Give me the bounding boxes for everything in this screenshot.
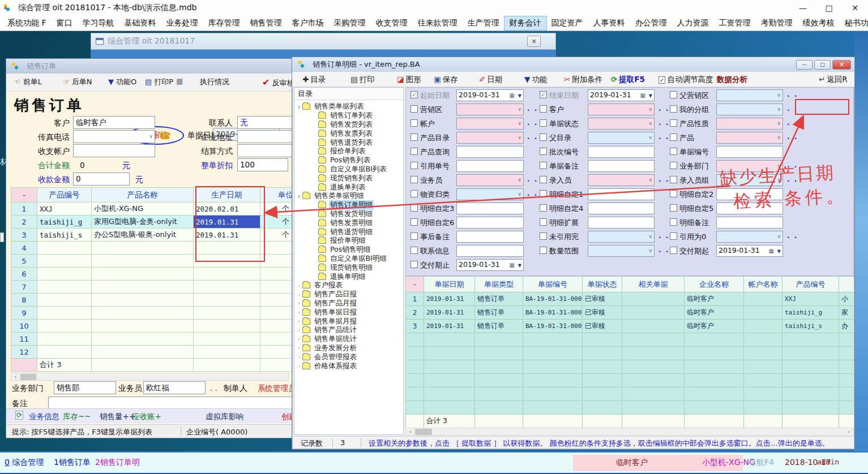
menu-item-财务会计[interactable]: 财务会计	[504, 16, 546, 30]
chevron-right-icon[interactable]: ›	[296, 363, 302, 369]
result-cell[interactable]: 临时客户	[685, 292, 744, 306]
exec-status-button[interactable]: 执行情况	[200, 77, 229, 87]
filter-field-明细自定6[interactable]	[456, 217, 524, 229]
result-cell[interactable]: 2	[406, 306, 424, 320]
filter-checkbox-明细自定5[interactable]	[670, 204, 677, 212]
filter-checkbox-交付期止[interactable]	[411, 261, 418, 268]
filter-field-单据编号[interactable]	[716, 146, 783, 158]
print-button[interactable]: ▤打印	[350, 75, 375, 85]
filter-checkbox-单据编号[interactable]	[670, 148, 677, 155]
menu-item-库存管理[interactable]: 库存管理	[203, 16, 245, 30]
result-cell[interactable]: 已审核	[583, 306, 622, 320]
filter-field-起始日期[interactable]: 2019-01-31▦▼	[456, 89, 524, 101]
nav-f4-button[interactable]: 导航F4	[749, 458, 774, 468]
filter-checkbox-录入员组[interactable]	[670, 176, 677, 183]
cell-product-code[interactable]	[37, 268, 92, 281]
filter-checkbox-明细自定4[interactable]	[540, 204, 547, 212]
extra-condition-button[interactable]: ✂附加条件	[564, 75, 602, 85]
menu-item-基础资料[interactable]: 基础资料	[119, 16, 161, 30]
cell-product-name[interactable]	[92, 255, 194, 268]
cell-production-date[interactable]	[194, 320, 260, 333]
filter-field-事后备注[interactable]	[456, 231, 524, 243]
filter-checkbox-结束日期[interactable]: ✓	[540, 91, 547, 98]
menu-item-工资管理[interactable]: 工资管理	[714, 16, 756, 30]
more-options-dots[interactable]: . .	[527, 175, 538, 183]
function-button[interactable]: ▼功能	[524, 75, 547, 85]
tree-item-销售类单据列表[interactable]: ∨销售类单据列表	[296, 102, 365, 111]
cell-product-name[interactable]	[92, 242, 194, 255]
catalog-button[interactable]: ✚目录	[302, 75, 326, 85]
cell-product-code[interactable]	[37, 255, 92, 268]
tree-item-销售产品日报[interactable]: ›销售产品日报	[296, 290, 358, 299]
chevron-down-icon[interactable]: ∨	[648, 234, 652, 239]
result-cell[interactable]	[622, 292, 685, 306]
cell-product-code[interactable]	[37, 307, 92, 320]
tree-item-现货销售明细[interactable]: 现货销售明细	[311, 263, 374, 272]
receivable-link[interactable]: 应收账+	[132, 412, 161, 422]
filter-checkbox-产品查询[interactable]	[411, 148, 418, 155]
cell-product-code[interactable]	[37, 281, 92, 294]
result-cell[interactable]: BA-19-01-31-0001	[523, 306, 583, 320]
tree-item-销售退货明细[interactable]: 销售退货明细	[311, 227, 374, 236]
business-info-link[interactable]: 业务信息	[29, 412, 59, 422]
filter-field-业务部门[interactable]: ∨	[716, 160, 783, 172]
chevron-down-icon[interactable]: ∨	[648, 135, 652, 140]
filter-checkbox-引用为0[interactable]	[670, 232, 677, 240]
more-options-dots[interactable]: . .	[787, 119, 798, 127]
tree-item-销售发货列表[interactable]: 销售发货列表	[311, 120, 374, 130]
cell-product-name[interactable]: 家用G型电脑-金奥-onlyit	[92, 216, 194, 229]
result-cell[interactable]: 临时客户	[685, 320, 744, 333]
fax-input[interactable]: ∨	[73, 130, 155, 143]
filter-field-物资归类[interactable]: ∨	[456, 188, 524, 200]
chevron-right-icon[interactable]: ›	[296, 318, 302, 324]
tree-item-退换单明细[interactable]: 退换单明细	[311, 272, 367, 281]
filter-checkbox-客户[interactable]	[540, 105, 547, 113]
date-dropdown-icon[interactable]: ▼	[649, 93, 652, 98]
tree-item-销售产品月报[interactable]: ›销售产品月报	[296, 299, 358, 308]
chevron-down-icon[interactable]: ∨	[777, 106, 781, 112]
tree-item-销售单据统计[interactable]: ›销售单据统计	[296, 335, 358, 344]
menu-item-秘书功能[interactable]: 秘书功能	[840, 16, 868, 30]
result-cell[interactable]: BA-19-01-31-0001	[523, 320, 583, 333]
filter-checkbox-未引用完[interactable]	[540, 232, 547, 240]
result-cell[interactable]: 3	[406, 320, 424, 333]
menu-item-固定资产[interactable]: 固定资产	[546, 16, 588, 30]
filter-field-业务员[interactable]: ∨	[456, 174, 524, 186]
filter-checkbox-我的分组[interactable]	[670, 105, 677, 113]
date-button[interactable]: ✐日期	[479, 75, 502, 85]
filter-field-明细扩展[interactable]	[588, 217, 655, 229]
tree-item-客户报表[interactable]: ›客户报表	[296, 281, 344, 290]
filter-field-联系信息[interactable]	[456, 245, 524, 257]
cell-unit[interactable]	[260, 255, 293, 268]
filter-checkbox-产品[interactable]	[670, 133, 677, 141]
filter-field-未引用完[interactable]: ∨	[588, 231, 655, 243]
chevron-right-icon[interactable]: ›	[296, 328, 302, 333]
column-header-产品名称[interactable]: 产品名称	[92, 188, 194, 202]
more-options-dots[interactable]: . .	[659, 232, 669, 240]
date-dropdown-icon[interactable]: ▼	[777, 249, 781, 254]
prev-doc-button[interactable]: ☜前单L	[14, 77, 42, 87]
cell-unit[interactable]: 个	[260, 216, 293, 229]
chevron-down-icon[interactable]: ∨	[518, 120, 521, 126]
result-cell[interactable]: XXJ	[783, 292, 839, 306]
cell-unit[interactable]: 个	[260, 202, 293, 216]
filter-field-产品[interactable]: ∨	[716, 132, 783, 144]
chevron-right-icon[interactable]: ›	[296, 283, 302, 288]
tree-item-销售退货列表[interactable]: 销售退货列表	[311, 138, 374, 147]
menu-item-绩效考核[interactable]: 绩效考核	[798, 16, 840, 30]
tree-item-自定义单据BI明细[interactable]: 自定义单据BI明细	[311, 255, 388, 264]
cell-production-date[interactable]	[194, 242, 260, 255]
filter-field-明细自定1[interactable]	[588, 188, 655, 200]
column-header-单据编号[interactable]: 单据编号	[523, 277, 583, 292]
filter-field-明细自定4[interactable]	[588, 202, 655, 214]
column-header-企业名称[interactable]: 企业名称	[685, 277, 744, 292]
result-cell[interactable]: 已审核	[583, 320, 622, 333]
close-icon[interactable]: ✕	[842, 0, 868, 16]
column-header-col[interactable]	[839, 277, 854, 292]
result-cell[interactable]: 销售订单	[475, 320, 523, 333]
settle-input[interactable]	[237, 144, 293, 157]
filter-checkbox-单据备注[interactable]	[540, 162, 547, 169]
cell-unit[interactable]: 个	[260, 229, 293, 242]
filter-checkbox-录入员[interactable]	[540, 176, 547, 183]
cell-production-date[interactable]	[194, 281, 260, 294]
